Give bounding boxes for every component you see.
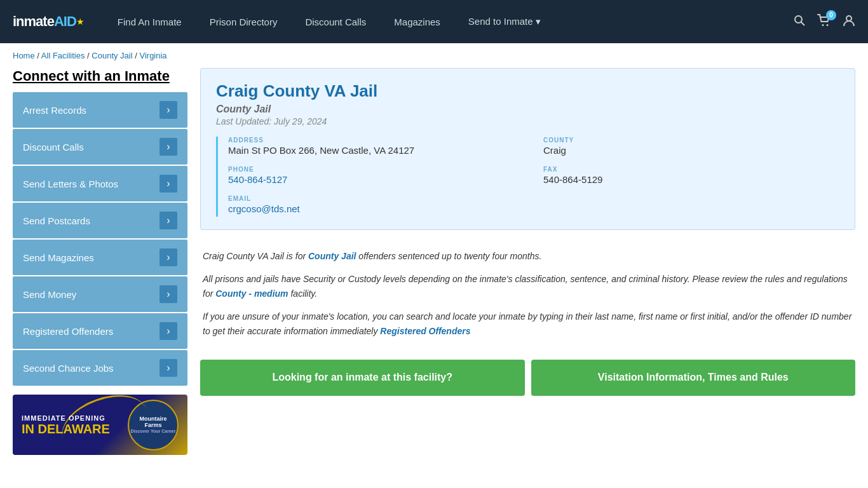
breadcrumb-all-facilities[interactable]: All Facilities [41, 51, 85, 60]
sidebar-label: Registered Offenders [23, 326, 113, 337]
svg-point-0 [795, 16, 802, 23]
arrow-icon: › [159, 359, 177, 377]
sidebar-item-send-magazines[interactable]: Send Magazines › [13, 240, 187, 275]
breadcrumb-county-jail[interactable]: County Jail [92, 51, 132, 60]
cta-buttons: Looking for an inmate at this facility? … [200, 360, 855, 396]
arrow-icon: › [159, 212, 177, 229]
arrow-icon: › [159, 138, 177, 156]
cart-badge: 0 [826, 10, 836, 20]
sidebar-label: Arrest Records [23, 105, 86, 116]
logo-area[interactable]: inmateAID ★ [13, 13, 85, 30]
visitation-info-cta[interactable]: Visitation Information, Times and Rules [531, 360, 856, 396]
sidebar-item-send-money[interactable]: Send Money › [13, 276, 187, 312]
arrow-icon: › [159, 248, 177, 266]
sidebar: Connect with an Inmate Arrest Records › … [13, 68, 187, 455]
breadcrumb-home[interactable]: Home [13, 51, 35, 60]
nav-right: 0 [793, 14, 855, 30]
user-icon[interactable] [843, 14, 855, 30]
connect-title: Connect with an Inmate [13, 68, 187, 85]
sidebar-item-registered-offenders[interactable]: Registered Offenders › [13, 313, 187, 349]
county-value: Craig [543, 145, 839, 156]
facility-subtitle: County Jail [216, 104, 839, 115]
sidebar-label: Send Postcards [23, 215, 90, 226]
phone-value[interactable]: 540-864-5127 [228, 174, 524, 185]
sidebar-label: Send Magazines [23, 252, 94, 263]
address-value: Main St PO Box 266, New Castle, VA 24127 [228, 145, 524, 156]
email-value[interactable]: crgcoso@tds.net [228, 203, 839, 214]
nav-discount-calls[interactable]: Discount Calls [291, 1, 380, 43]
sidebar-label: Discount Calls [23, 142, 84, 152]
phone-block: PHONE 540-864-5127 [228, 166, 524, 185]
county-label: COUNTY [543, 137, 839, 144]
desc-paragraph-3: If you are unsure of your inmate's locat… [203, 309, 853, 338]
fax-block: FAX 540-864-5129 [543, 166, 839, 185]
ad-immediate-text: IMMEDIATE OPENING [22, 414, 110, 422]
nav-magazines[interactable]: Magazines [380, 1, 454, 43]
nav-send-to-inmate[interactable]: Send to Inmate ▾ [454, 1, 555, 43]
breadcrumb-state[interactable]: Virginia [139, 51, 166, 60]
email-block: EMAIL crgcoso@tds.net [228, 195, 839, 214]
sidebar-label: Send Letters & Photos [23, 179, 118, 189]
sidebar-item-discount-calls[interactable]: Discount Calls › [13, 129, 187, 165]
arrow-icon: › [159, 322, 177, 340]
description-section: Craig County VA Jail is for County Jail … [200, 243, 855, 353]
sidebar-item-send-postcards[interactable]: Send Postcards › [13, 203, 187, 238]
cart-icon[interactable]: 0 [817, 14, 831, 30]
registered-offenders-link[interactable]: Registered Offenders [380, 326, 470, 336]
breadcrumb: Home / All Facilities / County Jail / Vi… [0, 43, 868, 68]
svg-point-3 [827, 24, 829, 26]
header: inmateAID ★ Find An Inmate Prison Direct… [0, 0, 868, 43]
info-grid: ADDRESS Main St PO Box 266, New Castle, … [216, 137, 839, 217]
svg-line-1 [801, 22, 805, 25]
facility-title: Craig County VA Jail [216, 81, 839, 101]
desc-paragraph-2: All prisons and jails have Security or C… [203, 272, 853, 301]
main-content: Craig County VA Jail County Jail Last Up… [200, 68, 855, 455]
email-label: EMAIL [228, 195, 839, 202]
sidebar-item-send-letters[interactable]: Send Letters & Photos › [13, 166, 187, 201]
logo-text: inmateAID [13, 13, 76, 30]
sidebar-item-arrest-records[interactable]: Arrest Records › [13, 92, 187, 128]
fax-label: FAX [543, 166, 839, 173]
county-block: COUNTY Craig [543, 137, 839, 156]
find-inmate-cta[interactable]: Looking for an inmate at this facility? [200, 360, 525, 396]
address-label: ADDRESS [228, 137, 524, 144]
svg-point-2 [822, 24, 824, 26]
arrow-icon: › [159, 175, 177, 193]
sidebar-menu: Arrest Records › Discount Calls › Send L… [13, 92, 187, 386]
logo-star: ★ [76, 17, 85, 27]
ad-text: IMMEDIATE OPENING IN DELAWARE [22, 414, 110, 436]
arrow-icon: › [159, 285, 177, 303]
nav-prison-directory[interactable]: Prison Directory [196, 1, 292, 43]
svg-point-4 [846, 16, 851, 21]
county-medium-link[interactable]: County - medium [215, 288, 288, 299]
main-nav: Find An Inmate Prison Directory Discount… [104, 1, 793, 43]
address-block: ADDRESS Main St PO Box 266, New Castle, … [228, 137, 524, 156]
sidebar-item-second-chance-jobs[interactable]: Second Chance Jobs › [13, 350, 187, 386]
ad-banner[interactable]: IMMEDIATE OPENING IN DELAWARE Mountaire … [13, 395, 187, 455]
main-layout: Connect with an Inmate Arrest Records › … [0, 68, 868, 468]
facility-card: Craig County VA Jail County Jail Last Up… [200, 68, 855, 230]
fax-value: 540-864-5129 [543, 174, 839, 185]
desc-paragraph-1: Craig County VA Jail is for County Jail … [203, 249, 853, 263]
sidebar-label: Second Chance Jobs [23, 363, 114, 374]
search-icon[interactable] [793, 14, 806, 30]
sidebar-label: Send Money [23, 289, 76, 300]
county-jail-link[interactable]: County Jail [308, 251, 356, 261]
phone-label: PHONE [228, 166, 524, 173]
arrow-icon: › [159, 101, 177, 119]
nav-find-inmate[interactable]: Find An Inmate [104, 1, 196, 43]
facility-updated: Last Updated: July 29, 2024 [216, 116, 839, 126]
ad-delaware-text: IN DELAWARE [22, 422, 110, 436]
